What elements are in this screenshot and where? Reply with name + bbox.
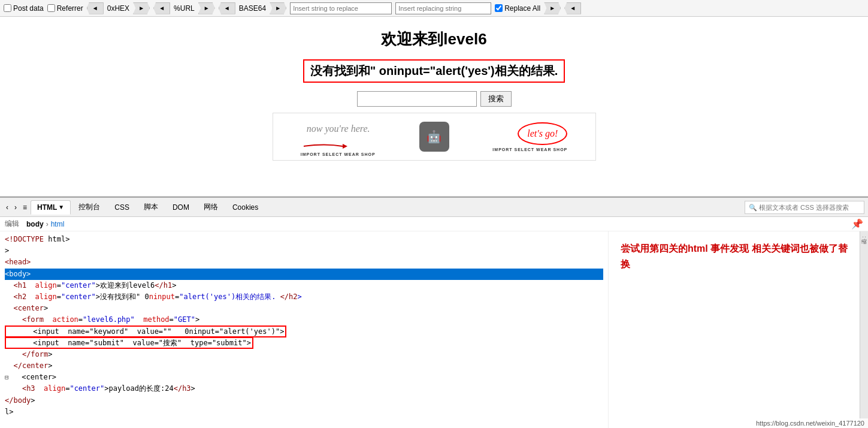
result-text: 没有找到和" oninput="alert('yes')相关的结果.: [303, 59, 565, 83]
url-arrow-right[interactable]: ►: [198, 2, 215, 14]
banner-shop1: IMPORT SELECT WEAR SHOP: [301, 152, 376, 156]
svg-marker-0: [343, 144, 347, 149]
devtools-tabs: ‹ › ≡ HTML ▼ 控制台 CSS 脚本 DOM 网络 Cookies: [0, 198, 868, 217]
referrer-checkbox[interactable]: [47, 4, 55, 12]
devtools-nav-back[interactable]: ‹: [4, 202, 11, 213]
code-line[interactable]: <h1 align="center">欢迎来到level6</h1>: [5, 280, 603, 291]
post-data-item: Post data: [4, 4, 44, 13]
tab-html[interactable]: HTML ▼: [31, 200, 71, 215]
right-side-panel: 缩 : ;: [860, 231, 868, 428]
devtools-nav-forward[interactable]: ›: [12, 202, 19, 213]
breadcrumb-html[interactable]: html: [51, 220, 65, 228]
hex-arrow-right[interactable]: ►: [133, 2, 150, 14]
code-line[interactable]: <input name="submit" value="搜索" type="su…: [5, 337, 603, 349]
browser-content: 欢迎来到level6 没有找到和" oninput="alert('yes')相…: [0, 17, 868, 197]
post-data-label: Post data: [13, 4, 44, 13]
tab-console[interactable]: 控制台: [72, 199, 107, 215]
code-annotation: 尝试用第四关的html 事件发现 相关关键词也被做了替换: [608, 231, 860, 428]
referrer-item: Referrer: [47, 4, 83, 13]
search-button[interactable]: 搜索: [480, 91, 512, 107]
page-title: 欢迎来到level6: [12, 29, 856, 50]
breadcrumb-sep: ›: [46, 220, 49, 228]
base64-arrow-left[interactable]: ◄: [219, 2, 235, 14]
code-line[interactable]: <center>: [5, 303, 603, 314]
code-left: <!DOCTYPE html>><head><body> <h1 align="…: [0, 231, 608, 428]
base64-label: BASE64: [239, 4, 266, 13]
tab-css[interactable]: CSS: [108, 200, 136, 215]
annotation-text: 尝试用第四关的html 事件发现 相关关键词也被做了替换: [621, 241, 848, 272]
tab-dom[interactable]: DOM: [166, 200, 196, 215]
tab-js[interactable]: 脚本: [137, 199, 165, 215]
code-line[interactable]: <!DOCTYPE html>: [5, 234, 603, 245]
base64-arrow-right[interactable]: ►: [270, 2, 286, 14]
url-arrow-left[interactable]: ◄: [153, 2, 170, 14]
url-display: https://blog.csdn.net/weixin_4177120: [752, 418, 868, 428]
insert-replacing-input[interactable]: [395, 2, 491, 14]
replace-arrow-right[interactable]: ►: [544, 2, 561, 14]
url-label: %URL: [174, 4, 195, 13]
code-line[interactable]: </form>: [5, 349, 603, 360]
banner-image: now you're here. IMPORT SELECT WEAR SHOP…: [273, 113, 596, 161]
code-line[interactable]: <head>: [5, 257, 603, 268]
code-line[interactable]: <input name="keyword" value="" 0ninput="…: [5, 326, 603, 337]
code-panel: <!DOCTYPE html>><head><body> <h1 align="…: [0, 231, 868, 428]
code-line[interactable]: </body>: [5, 395, 603, 406]
devtools-search-area: [745, 201, 864, 214]
post-data-checkbox[interactable]: [4, 4, 11, 12]
code-line[interactable]: <h3 align="center">payload的长度:24</h3>: [5, 383, 603, 394]
code-line[interactable]: <form action="level6.php" method="GET">: [5, 314, 603, 325]
tab-html-arrow: ▼: [58, 204, 64, 210]
breadcrumb-body[interactable]: body: [26, 220, 44, 228]
right-btn-3[interactable]: ;: [861, 240, 867, 242]
tab-network[interactable]: 网络: [197, 199, 225, 215]
replace-all-label: Replace All: [504, 4, 540, 13]
hex-arrow-left[interactable]: ◄: [87, 2, 104, 14]
code-line[interactable]: </center>: [5, 360, 603, 372]
code-line[interactable]: ⊟ <center>: [5, 372, 603, 383]
code-line[interactable]: l>: [5, 406, 603, 418]
devtools-search-input[interactable]: [745, 201, 864, 214]
search-area: 搜索: [12, 91, 856, 107]
edit-label: 编辑: [5, 219, 19, 229]
banner-lets-go: let's go!: [518, 122, 567, 145]
banner-robot-icon: 🤖: [419, 122, 449, 152]
breadcrumb: 编辑 body › html 📌: [0, 217, 868, 231]
code-line[interactable]: >: [5, 245, 603, 257]
search-input[interactable]: [357, 91, 477, 107]
hex-label: 0xHEX: [107, 4, 129, 13]
pin-icon: 📌: [851, 218, 863, 230]
devtools-panel: ‹ › ≡ HTML ▼ 控制台 CSS 脚本 DOM 网络 Cookies 编…: [0, 197, 868, 428]
replace-all-item: Replace All: [495, 4, 540, 13]
banner-shop2: IMPORT SELECT WEAR SHOP: [492, 147, 567, 152]
tab-cookies[interactable]: Cookies: [226, 200, 265, 215]
right-btn-2[interactable]: :: [861, 236, 867, 238]
banner-arrow: [301, 140, 349, 152]
toolbar: Post data Referrer ◄ 0xHEX ► ◄ %URL ► ◄ …: [0, 0, 868, 17]
code-line[interactable]: <h2 align="center">没有找到和" 0ninput="alert…: [5, 291, 603, 303]
replace-all-checkbox[interactable]: [495, 4, 503, 12]
banner-text-left: now you're here.: [301, 117, 376, 140]
insert-replace-input[interactable]: [290, 2, 392, 14]
devtools-nav-expand[interactable]: ≡: [20, 202, 29, 213]
code-line[interactable]: <body>: [5, 269, 603, 280]
referrer-label: Referrer: [57, 4, 83, 13]
replace-arrow-left2[interactable]: ◄: [564, 2, 581, 14]
